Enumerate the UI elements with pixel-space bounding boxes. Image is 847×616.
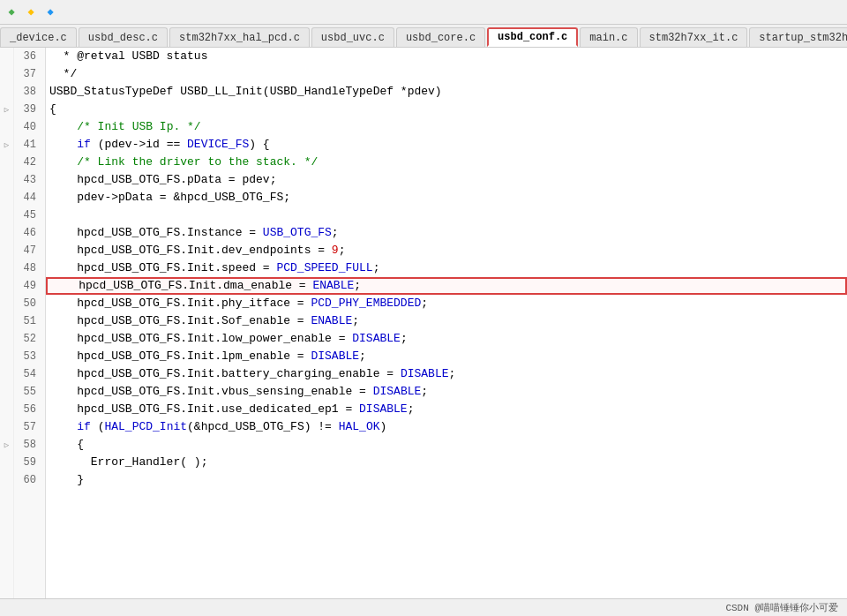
gutter-cell-43 [0,171,13,189]
gutter-cell-56 [0,401,13,418]
code-text-60: } [49,471,84,489]
tab-t3[interactable]: stm32h7xx_hal_pcd.c [169,27,310,47]
code-text-44: pdev->pData = &hpcd_USB_OTG_FS; [49,189,290,207]
code-text-49: hpcd_USB_OTG_FS.Init.dma_enable = ENABLE… [51,277,361,295]
line-numbers: 3637383940414243444546474849505152535455… [14,48,46,598]
code-line-51: hpcd_USB_OTG_FS.Init.Sof_enable = ENABLE… [46,312,847,330]
code-text-46: hpcd_USB_OTG_FS.Instance = USB_OTG_FS; [49,224,339,242]
code-line-36: * @retval USBD status [46,48,847,65]
line-num-50: 50 [14,295,41,312]
tab-t8[interactable]: stm32h7xx_it.c [640,27,748,47]
gutter-cell-59 [0,454,13,471]
line-num-57: 57 [14,418,41,436]
tab-label: usbd_desc.c [88,32,158,44]
code-line-48: hpcd_USB_OTG_FS.Init.speed = PCD_SPEED_F… [46,259,847,277]
code-line-52: hpcd_USB_OTG_FS.Init.low_power_enable = … [46,330,847,348]
tab-t9[interactable]: startup_stm32h750xx.s [749,27,847,47]
gutter-cell-45 [0,207,13,224]
toolbar: ◆ ◆ ◆ [0,0,847,25]
code-text-47: hpcd_USB_OTG_FS.Init.dev_endpoints = 9; [49,242,345,259]
tab-t6[interactable]: usbd_conf.c [487,27,578,47]
tab-t1[interactable]: _device.c [0,27,77,47]
tab-t7[interactable]: main.c [580,27,637,47]
line-num-48: 48 [14,259,41,277]
code-text-37: */ [49,65,77,83]
line-num-58: 58 [14,436,41,454]
code-line-60: } [46,471,847,489]
gutter-cell-41: ▷ [0,136,13,154]
line-num-60: 60 [14,471,41,489]
code-line-37: */ [46,65,847,83]
code-line-46: hpcd_USB_OTG_FS.Instance = USB_OTG_FS; [46,224,847,242]
tab-t2[interactable]: usbd_desc.c [79,27,168,47]
code-text-58: { [49,436,84,454]
code-text-59: Error_Handler( ); [49,454,207,471]
line-num-55: 55 [14,383,41,401]
line-num-37: 37 [14,65,41,83]
code-line-53: hpcd_USB_OTG_FS.Init.lpm_enable = DISABL… [46,348,847,365]
code-text-45 [49,207,56,224]
line-num-59: 59 [14,454,41,471]
code-content[interactable]: * @retval USBD status */USBD_StatusTypeD… [46,48,847,598]
code-line-56: hpcd_USB_OTG_FS.Init.use_dedicated_ep1 =… [46,401,847,418]
tab-label: startup_stm32h750xx.s [759,32,847,44]
code-text-52: hpcd_USB_OTG_FS.Init.low_power_enable = … [49,330,408,348]
line-num-56: 56 [14,401,41,418]
gutter-cell-51 [0,312,13,330]
gutter-cell-48 [0,259,13,277]
code-line-42: /* Link the driver to the stack. */ [46,154,847,171]
code-line-59: Error_Handler( ); [46,454,847,471]
gutter-cell-46 [0,224,13,242]
line-num-41: 41 [14,136,41,154]
tab-label: usbd_uvc.c [321,32,385,44]
gutter-cell-36 [0,48,13,65]
toolbar-icon-3: ◆ [42,4,58,20]
code-text-42: /* Link the driver to the stack. */ [49,154,318,171]
code-text-41: if (pdev->id == DEVICE_FS) { [49,136,270,154]
line-num-42: 42 [14,154,41,171]
tab-t5[interactable]: usbd_core.c [396,27,485,47]
gutter-cell-39: ▷ [0,101,13,118]
gutter-cell-38 [0,83,13,101]
code-text-48: hpcd_USB_OTG_FS.Init.speed = PCD_SPEED_F… [49,259,379,277]
code-text-51: hpcd_USB_OTG_FS.Init.Sof_enable = ENABLE… [49,312,359,330]
tabs-bar: _device.cusbd_desc.cstm32h7xx_hal_pcd.cu… [0,25,847,48]
code-line-55: hpcd_USB_OTG_FS.Init.vbus_sensing_enable… [46,383,847,401]
code-text-54: hpcd_USB_OTG_FS.Init.battery_charging_en… [49,365,455,383]
gutter-cell-54 [0,365,13,383]
code-text-40: /* Init USB Ip. */ [49,118,201,136]
code-line-58: { [46,436,847,454]
code-text-50: hpcd_USB_OTG_FS.Init.phy_itface = PCD_PH… [49,295,428,312]
line-num-43: 43 [14,171,41,189]
line-num-49: 49 [14,277,41,295]
code-line-44: pdev->pData = &hpcd_USB_OTG_FS; [46,189,847,207]
line-num-39: 39 [14,101,41,118]
toolbar-icon-2: ◆ [23,4,39,20]
code-text-53: hpcd_USB_OTG_FS.Init.lpm_enable = DISABL… [49,348,366,365]
left-gutter: ▷▷▷ [0,48,14,598]
code-line-38: USBD_StatusTypeDef USBD_LL_Init(USBD_Han… [46,83,847,101]
line-num-52: 52 [14,330,41,348]
code-line-39: { [46,101,847,118]
code-line-50: hpcd_USB_OTG_FS.Init.phy_itface = PCD_PH… [46,295,847,312]
code-line-40: /* Init USB Ip. */ [46,118,847,136]
gutter-cell-57 [0,418,13,436]
toolbar-icon-1: ◆ [4,4,19,20]
line-num-45: 45 [14,207,41,224]
line-num-53: 53 [14,348,41,365]
tab-label: stm32h7xx_hal_pcd.c [179,32,300,44]
code-text-38: USBD_StatusTypeDef USBD_LL_Init(USBD_Han… [49,83,442,101]
tab-t4[interactable]: usbd_uvc.c [311,27,394,47]
line-num-44: 44 [14,189,41,207]
tab-label: usbd_conf.c [498,31,567,43]
code-text-55: hpcd_USB_OTG_FS.Init.vbus_sensing_enable… [49,383,428,401]
gutter-cell-58: ▷ [0,436,13,454]
code-line-47: hpcd_USB_OTG_FS.Init.dev_endpoints = 9; [46,242,847,259]
tab-label: usbd_core.c [406,32,476,44]
gutter-cell-40 [0,118,13,136]
tab-label: stm32h7xx_it.c [649,32,738,44]
status-label: CSDN @喵喵锤锤你小可爱 [725,601,838,614]
line-num-36: 36 [14,48,41,65]
code-text-43: hpcd_USB_OTG_FS.pData = pdev; [49,171,276,189]
line-num-38: 38 [14,83,41,101]
